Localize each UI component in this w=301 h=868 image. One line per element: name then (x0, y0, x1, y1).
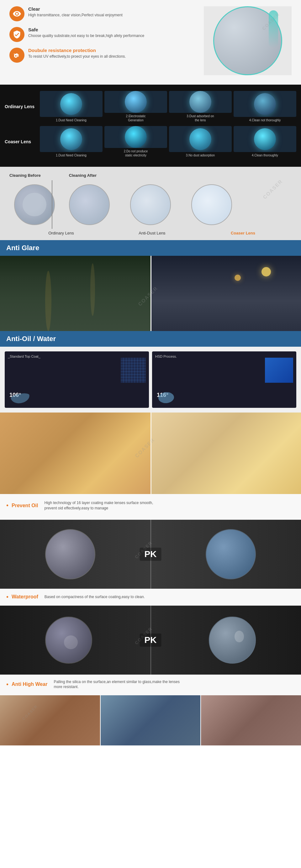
cleaning-section: Cleaning Before Cleaning After COASER Or… (0, 167, 301, 240)
cleaning-label-anti-dust: Anti-Dust Lens (107, 231, 198, 236)
lens-circle-graphic (213, 6, 282, 75)
anti-wear-desc: Palling the silica on the surface,an ele… (54, 679, 295, 690)
coaser-glow-2 (125, 126, 147, 148)
anti-oil-title: Anti-Oil / Water (6, 335, 295, 343)
prevent-oil-label: Prevent Oil (11, 503, 38, 508)
anti-wear-item: • Anti High Wear Palling the silica on t… (6, 679, 295, 690)
water-fight-inner: COASER (0, 412, 301, 494)
coaser-glow-4 (254, 128, 276, 150)
ordinary-img-1 (40, 91, 102, 117)
coaser-lens-row: Coaser Lens 1.Dust Need Cleaning 2.Do no… (5, 126, 296, 157)
ordinary-img-4 (234, 91, 296, 117)
glare-scene-container: COASER (0, 256, 301, 331)
feature-double: Doubule resistance protection To resist … (9, 48, 198, 63)
ordinary-caption-4: 4.Clean not thoroughly (234, 118, 296, 122)
ordinary-col-4: 4.Clean not thoroughly (234, 91, 296, 122)
pk-label-1: PK (140, 548, 161, 561)
cleaning-label-ordinary: Ordinary Lens (16, 231, 107, 236)
coaser-lens-label: Coaser Lens (5, 139, 36, 144)
grid-dots-1 (121, 358, 146, 383)
cleaning-top-labels: Cleaning Before Cleaning After (6, 173, 295, 178)
oil-features: • Prevent Oil High technology of 16 laye… (0, 494, 301, 520)
coaser-lens-images: 1.Dust Need Cleaning 2.Do not producesta… (40, 126, 296, 157)
anti-glare-title: Anti Glare (6, 244, 39, 252)
ordinary-caption-3: 3.Dust adsorbed onthe lens (169, 114, 232, 122)
coaser-caption-2: 2.Do not producestatic electricity (104, 149, 167, 157)
glasses-icon (9, 48, 25, 63)
oil-diagram-1: _Standard Top Coat_ 106° (5, 351, 149, 408)
bottom-img-2 (101, 695, 201, 745)
glasses-svg (12, 51, 21, 60)
lens-image: COASER (204, 6, 292, 75)
coaser-img-2 (104, 126, 167, 148)
feature-double-title: Doubule resistance protection (28, 48, 126, 53)
pk-label-2: PK (140, 633, 161, 647)
lens-clear-1 (130, 184, 171, 225)
coaser-col-1: 1.Dust Need Cleaning (40, 126, 102, 157)
waterproof-item: • Waterproof Based on compactness of the… (6, 593, 295, 600)
ordinary-img-3 (169, 91, 232, 113)
oil-diagrams: _Standard Top Coat_ 106° HSD Process. 11… (0, 347, 301, 412)
ordinary-img-2 (104, 91, 167, 113)
eye-svg (12, 9, 21, 18)
waterproof-label: Waterproof (11, 594, 38, 600)
pk-lens-left-2 (45, 617, 92, 663)
cleaning-after-label: Cleaning After (69, 173, 97, 178)
coaser-col-4: 4.Clean thoroughly (234, 126, 296, 157)
feature-clear-title: Clear (28, 6, 123, 11)
glare-right (150, 256, 301, 331)
lens-semi-clean (69, 184, 110, 225)
pk-lens-right-1 (206, 529, 256, 579)
cleaning-before-label: Cleaning Before (9, 173, 41, 178)
feature-double-desc: To resist UV effectively,to proect your … (28, 54, 126, 59)
water-left (0, 412, 150, 494)
anti-oil-header: Anti-Oil / Water (0, 331, 301, 347)
coaser-img-3 (169, 126, 232, 152)
anti-glare-image: COASER (0, 256, 301, 331)
watermark-2: COASER (262, 178, 284, 200)
feature-double-text: Doubule resistance protection To resist … (28, 48, 126, 59)
grid-3d-2 (265, 358, 293, 383)
pk-lens-left-1 (45, 529, 95, 579)
bottom-img-1: COASER (0, 695, 100, 745)
ordinary-col-2: 2.ElectrostaticGeneration (104, 91, 167, 122)
dust-section: Ordinary Lens 1.Dust Need Cleaning 2.Ele… (0, 85, 301, 167)
anti-high-wear-section: • Anti High Wear Palling the silica on t… (0, 675, 301, 695)
watermark-7: COASER (21, 704, 38, 721)
lens-glow-2 (125, 91, 147, 113)
pk-container-1: PK COASER (0, 520, 301, 589)
shield-svg (12, 30, 21, 39)
lens-dirty (14, 184, 55, 225)
feature-safe-desc: Choose quality substrate,not easy to be … (28, 33, 144, 38)
anti-wear-label: Anti High Wear (11, 681, 47, 687)
coaser-img-4 (234, 126, 296, 152)
ordinary-lens-row: Ordinary Lens 1.Dust Need Cleaning 2.Ele… (5, 91, 296, 122)
water-fight-image: COASER (0, 412, 301, 494)
prevent-oil-desc: High technology of 16 layer coating make… (44, 500, 295, 511)
cleaning-label-coaser: Coaser Lens (198, 231, 289, 236)
lens-glow-1 (60, 93, 82, 115)
ordinary-col-3: 3.Dust adsorbed onthe lens (169, 91, 232, 122)
coaser-caption-3: 3.No dust adsorption (169, 153, 232, 157)
diagram-1-label: _Standard Top Coat_ (8, 354, 40, 358)
feature-clear-text: Clear High transmittance, clear vision,P… (28, 6, 123, 18)
bullet-anti-wear: • (6, 681, 8, 688)
feature-clear: Clear High transmittance, clear vision,P… (9, 6, 198, 21)
bullet-waterproof: • (6, 593, 8, 600)
ordinary-caption-2: 2.ElectrostaticGeneration (104, 114, 167, 122)
glare-divider (150, 256, 151, 331)
cleaning-bottom-labels: Ordinary Lens Anti-Dust Lens Coaser Lens (6, 231, 295, 236)
lens-clearest (191, 184, 232, 225)
bottom-img-3 (201, 695, 301, 745)
ordinary-col-1: 1.Dust Need Cleaning (40, 91, 102, 122)
ordinary-lens-label: Ordinary Lens (5, 104, 36, 109)
ordinary-caption-1: 1.Dust Need Cleaning (40, 118, 102, 122)
water-right (150, 412, 301, 494)
water-divider (150, 412, 151, 494)
lens-glow-3 (189, 91, 211, 113)
bullet-prevent-oil: • (6, 502, 8, 509)
lens-glow-4 (254, 93, 276, 115)
coaser-glow-1 (60, 128, 82, 150)
diagram-2-label: HSD Process. (155, 354, 177, 358)
bottom-images: COASER (0, 695, 301, 745)
